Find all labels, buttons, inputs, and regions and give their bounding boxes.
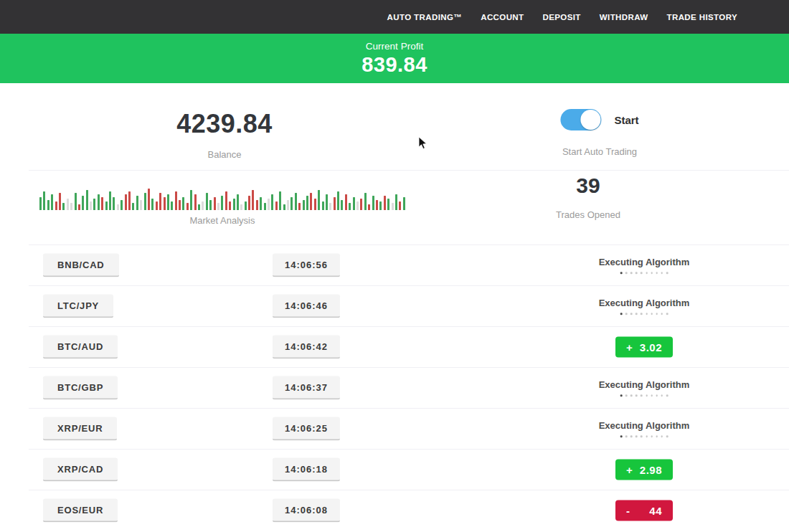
market-bar xyxy=(171,201,173,210)
market-bar xyxy=(345,194,347,210)
market-bar xyxy=(295,193,297,210)
time-chip[interactable]: 14:06:56 xyxy=(273,254,340,277)
executing-algorithm-label: Executing Algorithm xyxy=(599,257,690,267)
nav-item-deposit[interactable]: DEPOSIT xyxy=(543,13,581,22)
progress-dot xyxy=(646,313,648,315)
market-bar xyxy=(252,190,254,210)
pair-chip[interactable]: BTC/GBP xyxy=(43,376,118,400)
progress-dot xyxy=(646,394,648,396)
market-bar xyxy=(379,201,382,210)
market-bar xyxy=(364,193,367,210)
market-bar xyxy=(179,200,181,210)
result-value: 2.98 xyxy=(640,464,662,476)
trade-row: EOS/EUR14:06:08-44 xyxy=(29,490,789,531)
trade-row: XRP/EUR14:06:25Executing Algorithm xyxy=(29,408,789,449)
pair-chip[interactable]: EOS/EUR xyxy=(43,499,118,523)
progress-dot xyxy=(630,272,633,274)
market-bar xyxy=(136,196,138,210)
progress-dot xyxy=(620,313,623,315)
trades-opened-value: 39 xyxy=(576,174,600,198)
result-value: 44 xyxy=(649,505,662,517)
loss-badge: -44 xyxy=(615,500,673,521)
market-bar xyxy=(75,193,77,210)
pair-chip[interactable]: XRP/CAD xyxy=(43,458,118,482)
market-bar xyxy=(399,201,401,210)
pair-chip[interactable]: XRP/EUR xyxy=(43,417,117,441)
market-bar xyxy=(240,204,242,210)
progress-dot xyxy=(641,435,643,437)
market-bar xyxy=(59,193,61,210)
nav-item-trade-history[interactable]: TRADE HISTORY xyxy=(667,13,738,22)
progress-dots xyxy=(599,313,690,315)
market-bar xyxy=(310,193,312,210)
market-bar xyxy=(82,196,84,210)
profit-badge: +3.02 xyxy=(615,337,673,358)
pair-chip[interactable]: BNB/CAD xyxy=(43,254,119,277)
auto-trading-toggle[interactable] xyxy=(560,109,601,130)
progress-dot xyxy=(620,435,623,437)
market-bar xyxy=(186,203,189,210)
trade-row: BNB/CAD14:06:56Executing Algorithm xyxy=(29,244,789,285)
current-profit-value: 839.84 xyxy=(0,53,789,77)
time-chip[interactable]: 14:06:08 xyxy=(273,499,340,523)
market-bar xyxy=(368,204,370,210)
market-analysis-label: Market Analysis xyxy=(189,215,255,226)
market-bar xyxy=(387,199,389,210)
market-bar xyxy=(260,197,262,210)
progress-dot xyxy=(651,313,653,315)
progress-dot xyxy=(666,394,668,396)
market-bar xyxy=(55,201,57,210)
market-bar xyxy=(209,200,212,210)
market-bar xyxy=(86,190,88,210)
market-bar xyxy=(105,201,108,210)
market-bar xyxy=(67,199,69,210)
market-bar xyxy=(306,196,308,210)
time-chip[interactable]: 14:06:37 xyxy=(273,376,340,400)
balance-block: 4239.84 Balance xyxy=(176,109,273,160)
progress-dot xyxy=(661,313,663,315)
progress-dot xyxy=(636,313,638,315)
progress-dot xyxy=(625,272,628,274)
progress-dots xyxy=(599,272,690,274)
progress-dot xyxy=(630,313,633,315)
profit-badge: +2.98 xyxy=(615,460,673,480)
market-bar xyxy=(221,196,223,210)
balance-value: 4239.84 xyxy=(176,109,273,139)
market-bar xyxy=(334,197,336,210)
nav-item-withdraw[interactable]: WITHDRAW xyxy=(600,13,648,22)
market-bar xyxy=(217,203,219,210)
market-bar xyxy=(206,193,208,210)
market-bar xyxy=(376,200,378,210)
market-bar xyxy=(337,191,339,210)
toggle-start-label: Start xyxy=(614,114,638,126)
progress-dot xyxy=(641,394,643,396)
time-chip[interactable]: 14:06:18 xyxy=(273,458,340,482)
executing-algorithm-label: Executing Algorithm xyxy=(599,420,690,431)
trade-row: BTC/GBP14:06:37Executing Algorithm xyxy=(29,367,789,408)
time-chip[interactable]: 14:06:46 xyxy=(273,295,340,318)
progress-dot xyxy=(656,313,658,315)
progress-dot xyxy=(620,272,623,274)
time-chip[interactable]: 14:06:42 xyxy=(273,336,340,359)
market-bar xyxy=(98,194,100,210)
trade-status: Executing Algorithm xyxy=(599,420,690,437)
pair-chip[interactable]: LTC/JPY xyxy=(43,295,113,318)
market-bar xyxy=(62,203,65,210)
current-profit-banner: Current Profit 839.84 xyxy=(0,34,789,83)
market-bar xyxy=(117,204,119,210)
time-chip[interactable]: 14:06:25 xyxy=(273,417,340,441)
market-bar xyxy=(356,201,359,210)
market-bar xyxy=(51,194,53,210)
trade-status: Executing Algorithm xyxy=(599,379,690,396)
pair-chip[interactable]: BTC/AUD xyxy=(43,336,118,359)
nav-item-auto-trading[interactable]: AUTO TRADING™ xyxy=(387,13,463,22)
result-value: 3.02 xyxy=(640,341,662,353)
progress-dot xyxy=(636,394,638,396)
market-bar xyxy=(175,191,177,210)
nav-item-account[interactable]: ACCOUNT xyxy=(481,13,524,22)
market-bar xyxy=(256,200,258,210)
trade-status: +3.02 xyxy=(615,337,673,358)
market-bar xyxy=(318,190,320,210)
market-bar xyxy=(233,199,235,210)
market-bar xyxy=(90,201,92,210)
